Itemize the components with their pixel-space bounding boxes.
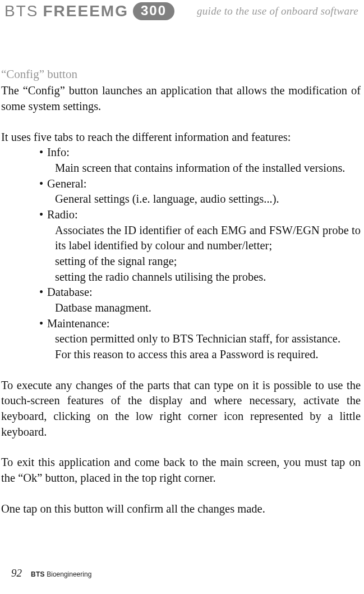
logo-bts-text: BTS xyxy=(4,2,38,20)
footer-brand: BTS Bioengineering xyxy=(31,570,91,578)
confirm-paragraph: One tap on this button will confirm all … xyxy=(1,501,361,517)
exit-paragraph: To exit this application and come back t… xyxy=(1,455,361,486)
bullet-maintenance-head: Maintenance: xyxy=(47,317,110,330)
bullet-radio-desc-1: Associates the ID identifier of each EMG… xyxy=(55,223,361,254)
model-badge: 300 xyxy=(133,2,174,20)
footer-brand-rest: Bioengineering xyxy=(45,570,91,578)
bullet-maintenance-desc-2: For this reason to access this area a Pa… xyxy=(55,347,361,363)
footer-brand-bold: BTS xyxy=(31,570,45,578)
bullet-general: General: General settings (i.e. language… xyxy=(39,176,361,207)
header-subtitle: guide to the use of onboard software xyxy=(197,5,358,17)
bullet-info-desc: Main screen that contains information of… xyxy=(55,161,361,176)
page-content: “Config” button The “Config” button laun… xyxy=(1,66,361,532)
bullet-maintenance-desc-1: section permitted only to BTS Technician… xyxy=(55,331,361,347)
execute-paragraph: To execute any changes of the parts that… xyxy=(1,378,361,440)
bullet-maintenance: Maintenance: section permitted only to B… xyxy=(39,316,361,363)
intro-paragraph: The “Config” button launches an applicat… xyxy=(1,83,361,114)
tabs-bullet-list: Info: Main screen that contains informat… xyxy=(39,145,361,362)
page-number: 92 xyxy=(11,567,22,579)
logo-freeemg-text: FREEEMG xyxy=(43,2,128,20)
bullet-info-head: Info: xyxy=(47,146,70,158)
tabs-intro: It uses five tabs to reach the different… xyxy=(1,130,361,145)
bullet-radio-desc-2: setting of the signal range; xyxy=(55,254,361,269)
bullet-info: Info: Main screen that contains informat… xyxy=(39,145,361,176)
bullet-database-desc: Datbase managment. xyxy=(55,300,361,316)
section-title: “Config” button xyxy=(1,66,361,82)
bullet-general-desc: General settings (i.e. language, audio s… xyxy=(55,191,361,207)
page-footer: 92 BTS Bioengineering xyxy=(11,567,91,579)
bullet-general-head: General: xyxy=(47,177,87,190)
bullet-database: Database: Datbase managment. xyxy=(39,285,361,316)
bullet-database-head: Database: xyxy=(47,286,93,298)
bullet-radio: Radio: Associates the ID identifier of e… xyxy=(39,207,361,285)
page-header: BTS FREEEMG 300 guide to the use of onbo… xyxy=(0,2,364,20)
bullet-radio-desc-3: setting the radio channels utilising the… xyxy=(55,269,361,285)
bullet-radio-head: Radio: xyxy=(47,208,78,221)
product-logo: BTS FREEEMG 300 xyxy=(4,2,174,20)
